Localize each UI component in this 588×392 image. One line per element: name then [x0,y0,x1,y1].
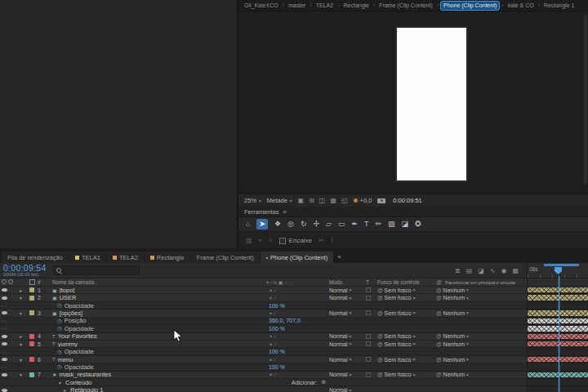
snap-toggle[interactable]: Encaixe [279,237,312,244]
layer-switches-icons[interactable]: ✦ ∕ [269,357,275,363]
parent-link-header[interactable]: @ Transformar em principal e vincular [436,279,527,285]
layer-track[interactable] [527,294,588,301]
layer-duration-bar[interactable] [528,310,588,315]
layer-track[interactable] [527,372,588,379]
twirl-icon[interactable]: ▸ [20,287,22,293]
timeline-row-conte-do[interactable]: ▾ConteúdoAdicionar:⊕ [0,379,588,386]
timeline-tab-rectangle[interactable]: Rectangle [145,252,190,263]
layer-track[interactable] [527,325,588,332]
parent-pick-whip-icon[interactable]: @ [436,310,442,316]
layer-color-chip[interactable] [29,341,34,346]
layer-duration-bar[interactable] [528,357,588,362]
shape-tool[interactable]: ▭ [338,219,345,229]
property-value[interactable]: 100 % [269,364,285,370]
zoom-tool[interactable]: ◎ [287,219,294,229]
pen-tool[interactable]: ✒ [351,219,358,229]
wave-icon[interactable]: ⌇ [331,235,334,246]
blend-mode-select[interactable]: Normal▾ [329,287,351,293]
eye-icon[interactable] [2,358,7,361]
blend-mode-select[interactable]: Normal▾ [329,310,351,316]
comp-mini-flowchart-icon[interactable]: ≣ [455,267,461,274]
parent-pick-whip-icon[interactable]: @ [436,372,442,377]
draft-3d-icon[interactable]: ▤ [466,267,473,274]
timeline-tab-frame-clip-content[interactable]: Frame (Clip Content) [191,252,260,263]
timeline-row-user[interactable]: ▾2▣USER✦ ∕Normal▾@Sem fosco▾@Nenhum▾ [0,294,588,301]
preserve-transparency-checkbox[interactable] [366,334,371,339]
layer-switches-icons[interactable]: ✦ ∕ [269,341,275,347]
track-matte-select[interactable]: Sem fosco▾ [385,357,416,363]
selection-tool[interactable]: ➤ [256,219,268,229]
time-ruler[interactable]: 08s [527,263,588,278]
layer-color-chip[interactable] [29,287,34,292]
matte-pick-whip-icon[interactable]: @ [377,372,383,377]
layer-color-chip[interactable] [29,372,34,377]
preserve-transparency-checkbox[interactable] [366,296,371,301]
pan-camera-tool[interactable]: ✢ [313,219,319,229]
twirl-icon[interactable]: ▸ [20,333,22,339]
layer-track[interactable] [527,379,588,386]
eye-icon[interactable] [2,342,7,345]
timeline-row-opacidade[interactable]: ‹›◷Opacidade100 % [0,363,588,371]
playhead-marker[interactable] [555,267,562,274]
timeline-row-posi-o[interactable]: ‹›◷Posição360,0, 707,0 [0,318,588,325]
layer-track[interactable] [527,318,588,325]
pan-behind-tool[interactable]: ▱ [326,219,332,229]
panel-menu-icon[interactable]: ≡ [334,253,344,261]
transparency-grid-icon[interactable]: ◱ [341,197,348,204]
property-value[interactable]: 100 % [269,349,285,354]
preserve-transparency-checkbox[interactable] [366,287,371,292]
playhead-line[interactable] [559,276,559,392]
parent-select[interactable]: Nenhum▾ [443,333,469,339]
timeline-row-op-es[interactable]: ▾3▣[opções]✦ ∕Normal▾@Sem fosco▾@Nenhum▾ [0,310,588,317]
channels-icon[interactable]: ▦ [330,197,336,204]
timeline-tab-tela1[interactable]: TELA1 [69,252,106,263]
parent-pick-whip-icon[interactable]: @ [436,341,442,347]
comp-crumb-rectangle-1[interactable]: Rectangle 1 [541,2,577,10]
parent-select[interactable]: Nenhum▾ [443,310,469,316]
matte-pick-whip-icon[interactable]: @ [377,357,383,363]
add-button-icon[interactable]: ⊕ [321,379,326,385]
layer-switches-icons[interactable]: ✦ ∕ [269,310,275,316]
layer-duration-bar[interactable] [528,295,588,300]
matte-pick-whip-icon[interactable]: @ [377,295,383,301]
stopwatch-icon[interactable]: ◷ [57,302,62,309]
preserve-transparency-checkbox[interactable] [366,357,371,362]
comp-crumb-tela2[interactable]: TELA2 [314,2,336,10]
layer-switches-icons[interactable]: ✦ ∕ [269,287,275,293]
layer-duration-bar[interactable] [528,287,588,292]
snap-checkbox[interactable] [279,238,286,244]
layer-track[interactable] [527,287,588,294]
stopwatch-icon[interactable]: ◷ [57,363,62,370]
parent-pick-whip-icon[interactable]: @ [436,357,442,363]
exposure-control[interactable]: +0,0 [354,197,372,204]
motion-blur-icon[interactable]: ◉ [501,267,506,274]
layer-track[interactable] [527,341,588,348]
composition-viewer[interactable] [238,11,588,194]
track-matte-select[interactable]: Sem fosco▾ [385,372,416,377]
brush-tool[interactable]: ✏ [376,219,382,229]
current-timecode[interactable]: 0:00:09:54 [3,264,47,272]
eye-icon[interactable] [2,296,7,300]
timeline-row-your-favorites[interactable]: ▸4TYour Favorites✦ ∕Normal▾@Sem fosco▾@N… [0,333,588,341]
eye-icon[interactable] [2,389,7,392]
property-value[interactable]: 360,0, 707,0 [269,318,301,323]
preserve-transparency-checkbox[interactable] [366,341,371,346]
stopwatch-icon[interactable]: ◷ [57,318,62,324]
layer-switches-icons[interactable]: ✦ ∕ [269,372,275,377]
twirl-icon[interactable]: ▾ [20,341,22,347]
timeline-row-menu[interactable]: ▾6Tmenu✦ ∕Normal▾@Sem fosco▾@Nenhum▾ [0,356,588,363]
matte-pick-whip-icon[interactable]: @ [377,341,383,347]
home-tool[interactable]: ⌂ [246,219,250,229]
mode-header[interactable]: Modo [329,279,366,285]
timeline-row-yummy[interactable]: ▾5Tyummy✦ ∕Normal▾@Sem fosco▾@Nenhum▾ [0,341,588,348]
preserve-transparency-checkbox[interactable] [366,372,371,377]
comp-crumb-frame-clip-content[interactable]: Frame (Clip Content) [376,2,434,10]
comp-crumb-phone-clip-content[interactable]: Phone (Clip Content) [440,1,500,11]
blend-mode-select[interactable]: Normal▾ [329,295,351,301]
guides-grid-icon[interactable]: ⊞ [309,197,314,204]
comp-crumb-rectangle[interactable]: Rectangle [341,2,372,10]
puppet-tool[interactable]: ✪ [415,219,421,229]
twirl-icon[interactable]: ▾ [20,372,22,377]
eraser-tool[interactable]: ◪ [402,219,409,229]
matte-pick-whip-icon[interactable]: @ [377,310,383,316]
